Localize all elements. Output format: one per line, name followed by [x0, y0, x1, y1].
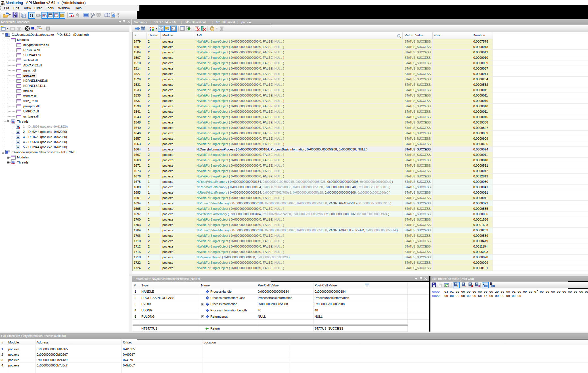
svg-text:8: 8 — [478, 284, 480, 288]
svg-text:W: W — [17, 136, 19, 139]
svg-text:?: ? — [113, 14, 114, 17]
svg-text:W: W — [17, 146, 19, 149]
svg-text:2: 2 — [464, 284, 466, 288]
svg-text:W: W — [17, 131, 19, 133]
svg-text:#_: #_ — [172, 27, 175, 30]
svg-text:W: W — [17, 141, 19, 144]
svg-text:4: 4 — [471, 284, 473, 288]
svg-text:API: API — [195, 27, 198, 29]
svg-text:B: B — [490, 282, 492, 285]
svg-text:M: M — [17, 125, 19, 128]
svg-text:L: L — [483, 282, 484, 285]
svg-text:M: M — [3, 3, 4, 5]
svg-text:1: 1 — [457, 284, 459, 288]
